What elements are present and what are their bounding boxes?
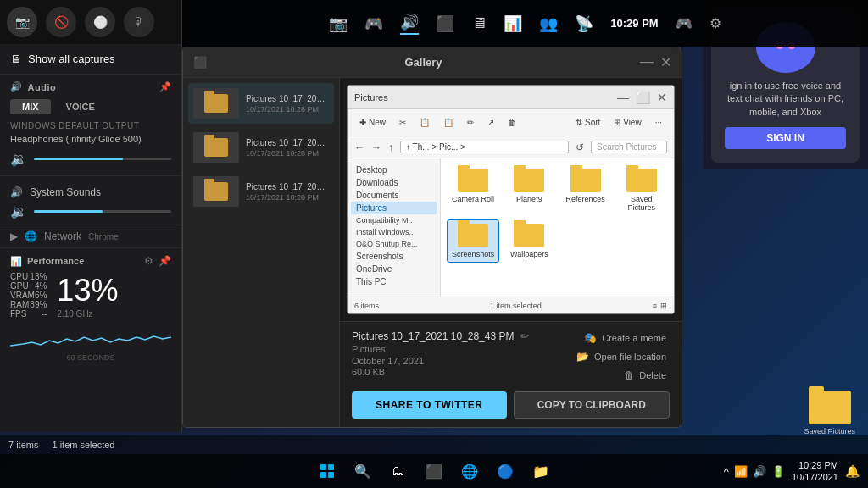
- fe-more-btn[interactable]: ···: [650, 116, 667, 129]
- wifi-icon[interactable]: 📶: [734, 465, 748, 478]
- fe-grid-view-icon[interactable]: ⊞: [660, 302, 667, 310]
- edit-icon[interactable]: ✏: [520, 330, 529, 342]
- taskbar-start-btn[interactable]: [312, 456, 342, 486]
- fe-back-btn[interactable]: ←: [354, 141, 364, 153]
- fe-sidebar-pictures[interactable]: Pictures: [351, 202, 437, 214]
- delete-icon: 🗑: [624, 369, 634, 381]
- fe-maximize-btn[interactable]: ⬜: [636, 91, 650, 104]
- fe-sort-btn[interactable]: ⇅ Sort: [570, 116, 605, 129]
- fe-folder-screenshots[interactable]: Screenshots: [448, 220, 498, 262]
- thumbnail-item-2[interactable]: Pictures 10_17_2021 10_28_10... 10/17/20…: [188, 127, 334, 168]
- fe-new-btn[interactable]: ✚ New: [354, 116, 391, 129]
- fe-sidebar-screenshots[interactable]: Screenshots: [351, 250, 437, 263]
- fe-copy-btn[interactable]: 📋: [415, 116, 435, 129]
- svg-rect-6: [328, 464, 334, 470]
- taskbar-widgets-btn[interactable]: 🗂: [383, 456, 414, 486]
- fe-toolbar: ✚ New ✂ 📋 📋 ✏ ↗ 🗑 ⇅ Sort ⊞ View ···: [348, 109, 674, 136]
- fe-folder-camera-roll[interactable]: Camera Roll: [448, 165, 498, 215]
- fe-address-bar: ← → ↑ ↑ Th... > Pic... > ↺ Search Pictur…: [348, 136, 674, 158]
- fe-delete-btn[interactable]: 🗑: [503, 116, 521, 129]
- taskbar-explorer-btn[interactable]: 📁: [526, 456, 556, 486]
- thumbnail-item-1[interactable]: Pictures 10_17_2021 10_28_4... 10/17/202…: [188, 83, 334, 124]
- xb-social-icon[interactable]: ⬛: [436, 14, 454, 33]
- tray-arrow-icon[interactable]: ^: [724, 465, 729, 478]
- taskbar-clock[interactable]: 10:29 PM 10/17/2021: [792, 459, 838, 484]
- fe-folder-planet9[interactable]: Planet9: [504, 165, 554, 215]
- perf-icon: 📊: [10, 256, 22, 267]
- mic-icon[interactable]: 🎙: [124, 7, 154, 37]
- circle-icon[interactable]: ⚪: [85, 7, 115, 37]
- fe-sidebar-desktop[interactable]: Desktop: [351, 164, 437, 176]
- fe-view-controls: ≡ ⊞: [653, 302, 667, 310]
- notifications-btn[interactable]: 🔔: [845, 464, 860, 478]
- battery-icon[interactable]: 🔋: [771, 465, 785, 478]
- fe-minimize-btn[interactable]: —: [617, 91, 629, 104]
- taskbar-edge-btn[interactable]: 🌐: [454, 456, 485, 486]
- fe-sidebar-thispc[interactable]: This PC: [351, 275, 437, 288]
- fe-refresh-btn[interactable]: ↺: [576, 141, 584, 153]
- performance-section: 📊 Performance ⚙ 📌 CPU 13% GPU 4%: [0, 247, 181, 432]
- fe-close-btn[interactable]: ✕: [657, 91, 667, 104]
- audio-pin-icon[interactable]: 📌: [159, 81, 172, 92]
- fe-sidebar-oo[interactable]: O&O Shutup Re...: [351, 238, 437, 250]
- fe-folder-saved-pictures[interactable]: Saved Pictures: [616, 165, 667, 215]
- fe-title: Pictures: [354, 92, 388, 103]
- left-panel: 📷 🚫 ⚪ 🎙 🖥 Show all captures 🔊 Audio 📌 MI…: [0, 0, 182, 432]
- xb-settings-icon[interactable]: ⚙: [709, 15, 721, 31]
- taskbar-multitasking-btn[interactable]: ⬛: [419, 456, 449, 486]
- tab-voice[interactable]: VOICE: [54, 99, 107, 114]
- fe-folder-references[interactable]: References: [560, 165, 611, 215]
- fe-list-view-icon[interactable]: ≡: [653, 302, 657, 310]
- capture-icon[interactable]: 📷: [7, 7, 37, 37]
- fe-up-btn[interactable]: ↑: [388, 141, 393, 153]
- perf-settings-icon[interactable]: ⚙: [144, 255, 153, 267]
- taskbar-chrome-btn[interactable]: 🔵: [490, 456, 520, 486]
- system-volume-slider[interactable]: [34, 210, 171, 213]
- create-meme-btn[interactable]: 🎭 Create a meme: [581, 330, 670, 346]
- fe-sidebar-onedrive[interactable]: OneDrive: [351, 263, 437, 275]
- fe-cut-btn[interactable]: ✂: [394, 116, 411, 129]
- discord-signin-btn[interactable]: SIGN IN: [725, 127, 846, 149]
- fe-sidebar-downloads[interactable]: Downloads: [351, 176, 437, 189]
- gallery-file-date: October 17, 2021: [352, 356, 529, 366]
- fe-folder-wallpapers[interactable]: Wallpapers: [504, 220, 554, 262]
- fe-view-btn[interactable]: ⊞ View: [609, 116, 646, 129]
- volume-slider[interactable]: [34, 158, 171, 160]
- fe-rename-btn[interactable]: ✏: [462, 116, 479, 129]
- delete-btn[interactable]: 🗑 Delete: [620, 368, 670, 383]
- xb-perf-icon[interactable]: 📊: [504, 14, 522, 33]
- gallery-minimize-icon[interactable]: —: [640, 54, 654, 70]
- fe-sidebar-install[interactable]: Install Windows..: [351, 226, 437, 238]
- network-section[interactable]: ▶ 🌐 Network Chrome: [0, 225, 181, 247]
- thumbnail-item-3[interactable]: Pictures 10_17_2021 10_28_0... 10/17/202…: [188, 171, 334, 212]
- taskbar-search-btn[interactable]: 🔍: [348, 456, 378, 486]
- xb-achievement-icon[interactable]: 🎮: [364, 14, 383, 33]
- thumb-date-2: 10/17/2021 10:28 PM: [246, 149, 329, 158]
- volume-tray-icon[interactable]: 🔊: [753, 465, 766, 478]
- divider-1: [0, 175, 181, 176]
- xb-audio-icon[interactable]: 🔊: [400, 13, 419, 35]
- fe-forward-btn[interactable]: →: [371, 141, 381, 153]
- xb-screen-icon[interactable]: 🖥: [471, 14, 487, 32]
- show-captures-btn[interactable]: 🖥 Show all captures: [0, 44, 181, 75]
- xb-capture-icon[interactable]: 📷: [329, 14, 348, 33]
- fe-content-area: Camera Roll Planet9 References: [441, 158, 674, 297]
- fe-search-input[interactable]: Search Pictures: [591, 141, 667, 153]
- tab-mix[interactable]: MIX: [10, 99, 51, 114]
- share-twitter-btn[interactable]: SHARE TO TWITTER: [352, 391, 507, 419]
- xb-broadcast-icon[interactable]: 📡: [575, 14, 593, 33]
- perf-controls: ⚙ 📌: [144, 255, 171, 267]
- fe-share-btn[interactable]: ↗: [482, 116, 499, 129]
- perf-big-stat: 13% 2.10 GHz: [57, 272, 118, 319]
- fe-sidebar-compat[interactable]: Compatibility M..: [351, 214, 437, 226]
- open-location-btn[interactable]: 📂 Open file location: [573, 349, 670, 364]
- fe-paste-btn[interactable]: 📋: [438, 116, 459, 129]
- fe-address-path[interactable]: ↑ Th... > Pic... >: [400, 141, 569, 153]
- fe-sidebar-documents[interactable]: Documents: [351, 189, 437, 202]
- gallery-window-icon: ⬛: [193, 56, 207, 69]
- gallery-close-icon[interactable]: ✕: [660, 54, 671, 70]
- perf-pin-icon[interactable]: 📌: [159, 255, 171, 267]
- mute-icon[interactable]: 🚫: [46, 7, 76, 37]
- copy-clipboard-btn[interactable]: COPY TO CLIPBOARD: [514, 391, 670, 419]
- xb-friends-icon[interactable]: 👥: [539, 14, 558, 33]
